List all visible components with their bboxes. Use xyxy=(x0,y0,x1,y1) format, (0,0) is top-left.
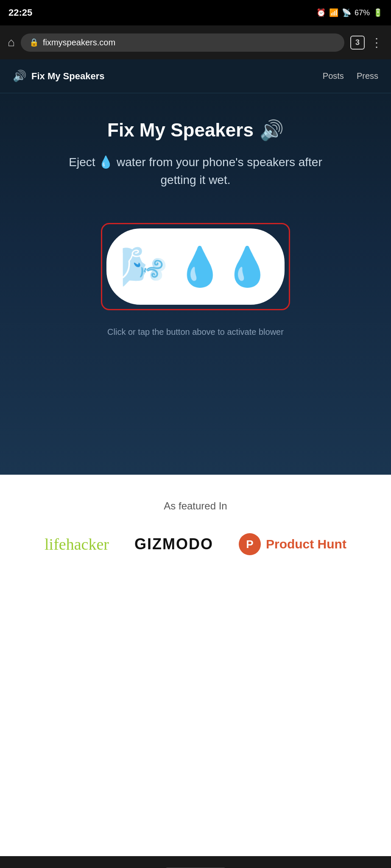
brand-text: Fix My Speakers xyxy=(31,71,104,82)
featured-logos: lifehacker GIZMODO P Product Hunt xyxy=(17,533,374,555)
lifehacker-text: life xyxy=(45,535,66,553)
home-icon[interactable]: ⌂ xyxy=(8,36,15,49)
blower-button-wrapper[interactable]: 🌬️ 💧💧 xyxy=(101,223,290,310)
browser-menu-icon[interactable]: ⋮ xyxy=(371,36,383,50)
tab-count[interactable]: 3 xyxy=(350,36,365,50)
hero-subtitle: Eject 💧 water from your phone's speakers… xyxy=(68,153,323,189)
hero-title: Fix My Speakers 🔊 xyxy=(107,119,284,142)
signal-icon: 📡 xyxy=(342,8,351,17)
status-bar: 22:25 ⏰ 📶 📡 67% 🔋 xyxy=(0,0,391,25)
nav-posts-link[interactable]: Posts xyxy=(323,71,344,81)
lifehacker-text-bold: hacker xyxy=(66,535,109,553)
browser-bar: ⌂ 🔒 fixmyspeakers.com 3 ⋮ xyxy=(0,25,391,59)
bottom-bar xyxy=(0,856,391,868)
blower-hint: Click or tap the button above to activat… xyxy=(107,327,284,337)
water-drop-icon: 💧 xyxy=(98,156,113,169)
producthunt-icon: P xyxy=(239,533,261,555)
blower-button[interactable]: 🌬️ 💧💧 xyxy=(106,228,285,305)
site-brand: 🔊 Fix My Speakers xyxy=(13,70,104,83)
site-nav: 🔊 Fix My Speakers Posts Press xyxy=(0,59,391,93)
page-bottom-space xyxy=(0,602,391,856)
gizmodo-logo: GIZMODO xyxy=(134,535,213,553)
producthunt-logo: P Product Hunt xyxy=(239,533,346,555)
url-text: fixmyspeakers.com xyxy=(43,38,115,47)
hero-section: Fix My Speakers 🔊 Eject 💧 water from you… xyxy=(0,93,391,475)
alarm-icon: ⏰ xyxy=(316,8,326,17)
wifi-icon: 📶 xyxy=(329,8,338,17)
hero-title-text: Fix My Speakers xyxy=(107,120,254,141)
nav-press-link[interactable]: Press xyxy=(357,71,378,81)
featured-title: As featured In xyxy=(17,500,374,512)
lifehacker-logo: lifehacker xyxy=(45,535,109,554)
speaker-icon: 🔊 xyxy=(13,70,26,83)
featured-section: As featured In lifehacker GIZMODO P Prod… xyxy=(0,475,391,602)
subtitle-prefix: Eject xyxy=(69,156,95,169)
producthunt-text: Product Hunt xyxy=(266,537,346,551)
nav-links: Posts Press xyxy=(323,71,378,81)
status-icons: ⏰ 📶 📡 67% 🔋 xyxy=(316,8,383,17)
status-time: 22:25 xyxy=(8,7,32,18)
battery-icon: 🔋 xyxy=(373,8,383,17)
lock-icon: 🔒 xyxy=(29,38,39,47)
wind-icon: 🌬️ xyxy=(120,245,168,289)
water-drops-icon: 💧💧 xyxy=(176,245,271,289)
subtitle-middle: water from your phone's speakers after g… xyxy=(117,156,322,186)
battery-level: 67% xyxy=(355,8,370,17)
url-bar[interactable]: 🔒 fixmyspeakers.com xyxy=(21,33,344,52)
hero-speaker-icon: 🔊 xyxy=(260,119,284,142)
